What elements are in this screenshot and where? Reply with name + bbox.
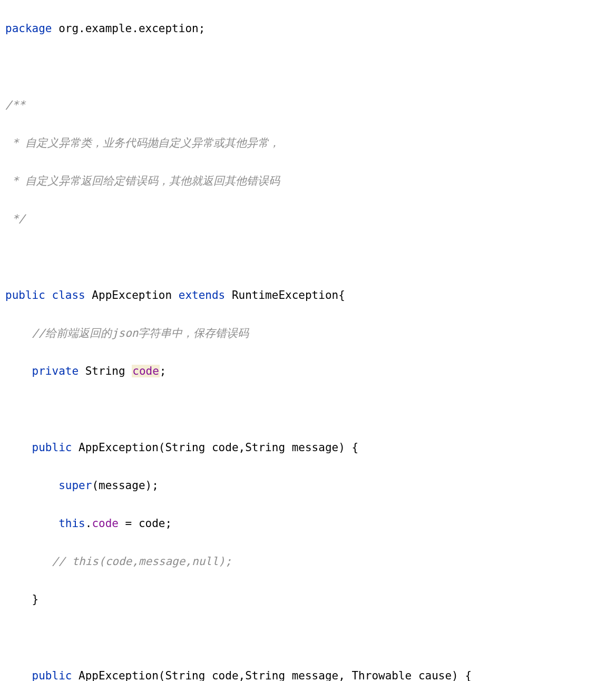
type-string: String — [79, 365, 125, 377]
keyword-package: package — [5, 22, 52, 35]
params: (String code,String message) { — [159, 441, 358, 454]
parent-class: RuntimeException{ — [225, 289, 345, 301]
code-line: public class AppException extends Runtim… — [0, 286, 616, 305]
code-line: */ — [0, 209, 616, 228]
keyword-private: private — [5, 365, 79, 377]
field-ref: code — [92, 517, 119, 530]
constructor-name: AppException — [72, 669, 158, 681]
keyword-this: this — [5, 517, 85, 530]
code-line — [0, 247, 616, 266]
code-line: } — [0, 590, 616, 609]
code-line — [0, 400, 616, 419]
assignment: = code; — [119, 517, 172, 530]
close-brace: } — [5, 593, 38, 606]
code-line — [0, 628, 616, 647]
code-line — [0, 57, 616, 76]
code-line: public AppException(String code,String m… — [0, 438, 616, 457]
code-line: * 自定义异常返回给定错误码，其他就返回其他错误码 — [0, 171, 616, 190]
keyword-extends: extends — [172, 289, 225, 301]
code-line: //给前端返回的json字符串中，保存错误码 — [0, 324, 616, 343]
code-line: * 自定义异常类，业务代码抛自定义异常或其他异常， — [0, 133, 616, 152]
dot: . — [85, 517, 92, 530]
code-line: private String code; — [0, 362, 616, 381]
javadoc-end: */ — [5, 212, 25, 225]
keyword-class: class — [45, 289, 85, 301]
field-code: code — [132, 365, 160, 377]
javadoc-start: /** — [5, 99, 25, 111]
javadoc-line: * 自定义异常类，业务代码抛自定义异常或其他异常， — [5, 137, 280, 149]
code-line: // this(code,message,null); — [0, 552, 616, 571]
code-line: package org.example.exception; — [0, 19, 616, 38]
class-name: AppException — [85, 289, 172, 301]
code-line: public AppException(String code,String m… — [0, 666, 616, 681]
params: (String code,String message, Throwable c… — [159, 669, 472, 681]
keyword-public: public — [5, 441, 72, 454]
package-path: org.example.exception; — [52, 22, 206, 35]
keyword-public: public — [5, 289, 45, 301]
keyword-public: public — [5, 669, 72, 681]
code-line: this.code = code; — [0, 514, 616, 533]
constructor-name: AppException — [72, 441, 158, 454]
code-line: /** — [0, 95, 616, 114]
commented-code: // this(code,message,null); — [5, 555, 232, 568]
super-args: (message); — [92, 479, 158, 492]
semicolon: ; — [160, 365, 167, 377]
code-line: super(message); — [0, 476, 616, 495]
line-comment: //给前端返回的json字符串中，保存错误码 — [5, 327, 249, 339]
code-editor[interactable]: package org.example.exception; /** * 自定义… — [0, 0, 616, 681]
keyword-super: super — [5, 479, 92, 492]
javadoc-line: * 自定义异常返回给定错误码，其他就返回其他错误码 — [5, 174, 280, 187]
